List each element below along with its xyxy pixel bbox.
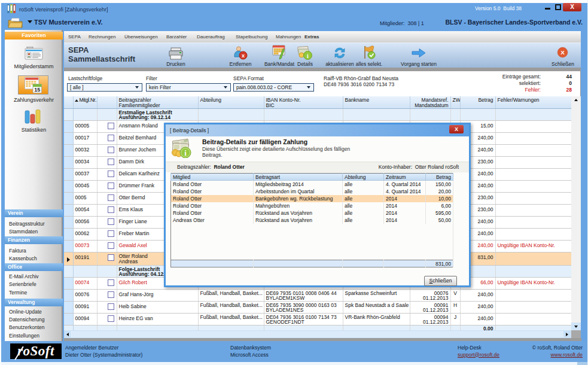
svg-text:x: x (242, 53, 245, 59)
svg-text:X: X (560, 49, 565, 56)
svg-text:i: i (184, 148, 187, 157)
svg-text:i: i (307, 53, 309, 59)
svg-text:15: 15 (34, 87, 40, 93)
